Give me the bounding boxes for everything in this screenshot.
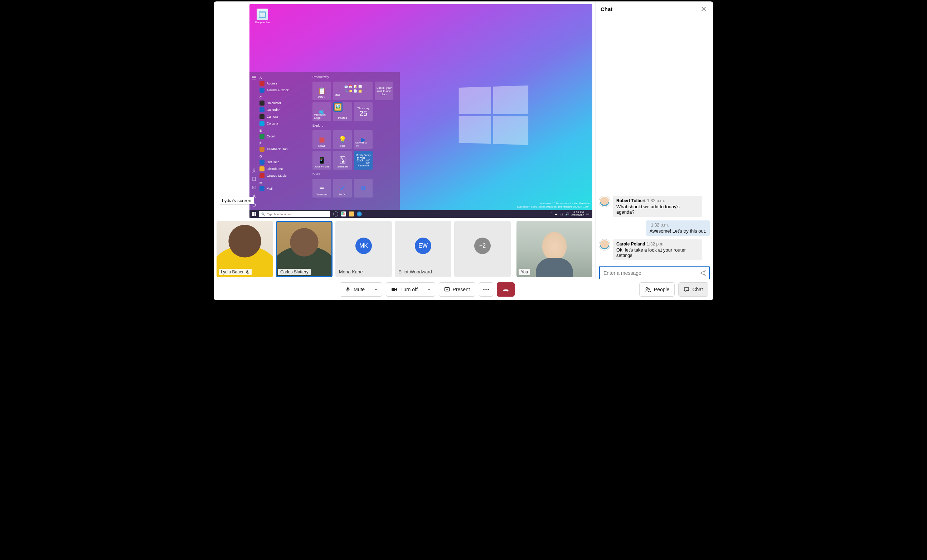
- chat-placeholder: Enter a message: [603, 270, 641, 276]
- participant-strip: Lydia Bauer Carlos SlatteryMKMona KaneEW…: [214, 218, 595, 280]
- chat-message: 1:32 p.m.Awesome! Let's try this out.: [599, 220, 710, 236]
- message-bubble: 1:32 p.m.Awesome! Let's try this out.: [646, 220, 710, 236]
- camera-options-button[interactable]: [423, 283, 435, 296]
- avatar: [599, 240, 610, 250]
- mic-icon: [345, 287, 351, 292]
- svg-point-18: [649, 288, 650, 290]
- start-menu: AAccessAlarms & ClockCCalculatorCalendar…: [249, 72, 400, 210]
- tile-terminal: ╺╸Terminal: [313, 179, 331, 197]
- people-icon: [644, 287, 651, 292]
- svg-rect-2: [252, 186, 256, 189]
- tile-solitaire: 🂡Solitaire: [333, 151, 352, 170]
- chat-message: Robert Tolbert1:32 p.m.What should we ad…: [599, 196, 710, 217]
- section-explore: Explore: [313, 124, 398, 127]
- self-video[interactable]: You: [517, 221, 592, 277]
- tile-tips: 💡Tips: [333, 130, 352, 149]
- app-label: Mail: [267, 187, 273, 190]
- documents-icon: [252, 176, 257, 181]
- tray-onedrive-icon: ☁: [555, 212, 558, 216]
- share-screen-icon: [444, 287, 450, 292]
- chat-message: Carole Poland1:32 p.m.Ok, let's take a l…: [599, 240, 710, 260]
- chat-icon: [684, 287, 689, 292]
- close-chat-button[interactable]: [699, 4, 708, 14]
- participant-tile[interactable]: +2: [454, 221, 511, 277]
- message-author: Carole Poland: [616, 241, 645, 247]
- app-label: Excel: [267, 135, 275, 138]
- section-productivity: Productivity: [313, 75, 398, 79]
- svg-rect-6: [252, 212, 254, 214]
- message-time: 1:32 p.m.: [651, 223, 669, 228]
- camera-button[interactable]: Turn off: [386, 282, 435, 297]
- app-letter: F: [260, 142, 308, 145]
- chat-title: Chat: [600, 6, 612, 12]
- section-build: Build: [313, 173, 398, 176]
- search-icon: 🔍: [261, 212, 265, 216]
- chat-panel: Chat Robert Tolbert1:32 p.m.What should …: [595, 2, 713, 300]
- tile-vscode: ⧉: [354, 179, 372, 197]
- chat-toggle-button[interactable]: Chat: [678, 282, 708, 297]
- svg-point-4: [254, 195, 255, 197]
- app-label: Access: [267, 82, 277, 85]
- participant-tile[interactable]: Carlos Slattery: [276, 221, 333, 277]
- participant-name: Carlos Slattery: [278, 269, 311, 275]
- tile-office: 📋Office: [313, 82, 331, 100]
- tile-yourphone: 📱Your Phone: [313, 151, 331, 170]
- people-button[interactable]: People: [639, 282, 675, 297]
- mute-options-button[interactable]: [370, 283, 382, 296]
- svg-rect-8: [252, 214, 254, 216]
- overflow-count: +2: [474, 238, 491, 254]
- message-bubble: Robert Tolbert1:32 p.m.What should we ad…: [613, 196, 702, 217]
- app-label: Feedback Hub: [267, 147, 288, 151]
- tile-calendar: Thursday 25: [354, 102, 372, 121]
- svg-point-3: [253, 187, 254, 188]
- app-item: Groove Music: [260, 173, 308, 179]
- app-item: GitHub, Inc: [260, 166, 308, 172]
- taskbar: 🔍 Type here to search 🛍️ ˄ ☁ ⬚ 🔊 4:3: [249, 210, 592, 218]
- tile-mail-apps: 📧📅📝📊📎📁📄🗂️ Mail: [333, 82, 372, 100]
- participant-tile[interactable]: EWElliot Woodward: [395, 221, 451, 277]
- task-view-icon: [333, 211, 338, 217]
- tray-volume-icon: 🔊: [565, 212, 569, 216]
- app-item: Calendar: [260, 107, 308, 113]
- start-button-icon: [249, 210, 259, 218]
- more-options-button[interactable]: [479, 282, 493, 297]
- app-label: Groove Music: [267, 174, 287, 178]
- app-label: Camera: [267, 115, 278, 118]
- task-store-icon: 🛍️: [341, 211, 346, 217]
- tray-network-icon: ⬚: [560, 212, 563, 216]
- tile-photos: 🖼️Photos: [333, 102, 352, 121]
- app-icon: [260, 121, 264, 126]
- mute-button[interactable]: Mute: [340, 282, 382, 297]
- chat-input[interactable]: Enter a message: [599, 266, 710, 280]
- app-letter: G: [260, 155, 308, 158]
- app-item: Excel: [260, 134, 308, 139]
- app-label: Cortana: [267, 121, 278, 125]
- present-button[interactable]: Present: [439, 282, 475, 297]
- participant-name: Lydia Bauer: [219, 269, 252, 275]
- message-meta: Robert Tolbert1:32 p.m.: [616, 198, 699, 203]
- svg-point-15: [485, 289, 486, 290]
- app-item: Get Help: [260, 159, 308, 165]
- avatar: EW: [415, 238, 431, 254]
- app-label: GitHub, Inc: [267, 167, 283, 171]
- task-explorer-icon: [349, 211, 354, 217]
- svg-point-16: [488, 289, 489, 290]
- windows-logo-icon: [459, 85, 528, 145]
- participant-tile[interactable]: Lydia Bauer: [217, 221, 273, 277]
- send-icon[interactable]: [700, 270, 706, 276]
- app-letter: E: [260, 129, 308, 132]
- participant-tile[interactable]: MKMona Kane: [335, 221, 392, 277]
- hamburger-icon: [252, 75, 257, 80]
- message-meta: 1:32 p.m.: [650, 223, 706, 228]
- watermark: Windows 10 Enterprise Insider Preview Ev…: [517, 202, 590, 209]
- tile-edge: ◉Microsoft Edge: [313, 102, 331, 121]
- svg-point-0: [254, 169, 255, 171]
- app-letter: M: [260, 181, 308, 185]
- app-icon: [260, 81, 264, 86]
- app-label: Get Help: [267, 160, 280, 164]
- app-icon: [260, 107, 264, 112]
- tile-todo: ✔To Do: [333, 179, 352, 197]
- app-icon: [260, 100, 264, 106]
- avatar: [599, 196, 610, 207]
- hangup-button[interactable]: [497, 282, 515, 297]
